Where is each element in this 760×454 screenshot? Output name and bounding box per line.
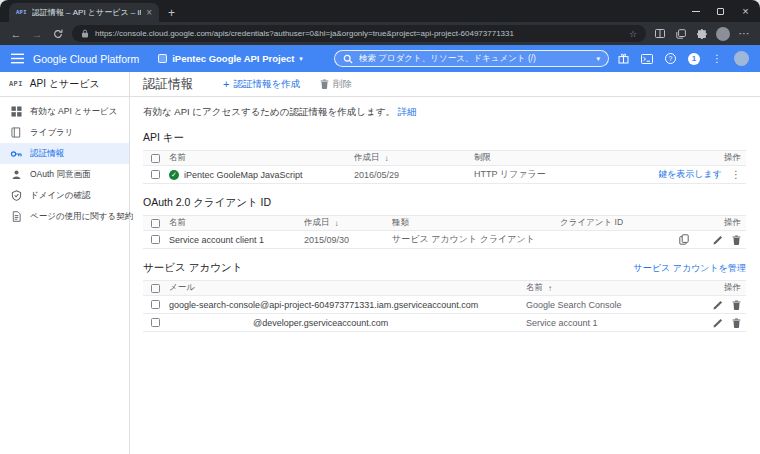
browser-profile-avatar[interactable] [716,27,730,41]
menu-icon[interactable] [11,53,24,64]
minimize-button[interactable] [683,0,708,22]
tab-title: 認証情報 – API とサービス – iPentec [32,7,141,18]
notifications-badge[interactable]: 1 [688,53,700,65]
sidebar-item-credentials[interactable]: 認証情報 [0,143,129,164]
project-selector[interactable]: iPentec Google API Project ▾ [158,53,303,64]
sidebar-item-enabled-apis[interactable]: 有効な API とサービス [0,101,129,122]
url-text: https://console.cloud.google.com/apis/cr… [95,29,623,38]
column-created[interactable]: 作成日↓ [354,152,474,164]
gift-icon[interactable] [618,53,629,64]
sidebar-header: API API とサービス [0,72,129,97]
status-ok-icon: ✓ [169,170,179,180]
sidebar-item-label: ライブラリ [30,127,74,139]
consent-screen-icon [10,169,22,181]
column-type: 種類 [392,217,560,229]
column-email: メール [169,282,526,294]
maximize-button[interactable] [708,0,733,22]
project-icon [158,54,167,63]
oauth-clients-table: 名前 作成日↓ 種類 クライアント ID 操作 Service account … [143,215,746,249]
sidebar-item-domain-verification[interactable]: ドメインの確認 [0,185,129,206]
copy-client-id-icon[interactable] [679,234,689,245]
main-content: 有効な API にアクセスするための認証情報を作成します。 詳細 API キー … [130,97,760,454]
back-icon[interactable]: ← [9,28,23,40]
api-key-created: 2016/05/29 [354,170,474,180]
account-avatar[interactable] [734,51,749,66]
app-shell: API API とサービス 有効な API とサービス ライブラリ [0,72,760,454]
sidebar-item-usage-agreements[interactable]: ページの使用に関する契約 [0,206,129,227]
page-header: 認証情報 + 認証情報を作成 削除 [130,72,760,97]
select-all-checkbox[interactable] [151,284,160,293]
sidebar-item-label: OAuth 同意画面 [30,169,90,181]
sidebar-item-oauth-consent[interactable]: OAuth 同意画面 [0,164,129,185]
column-name[interactable]: 名前↑ [526,282,694,294]
trash-icon[interactable] [732,300,741,310]
lock-icon[interactable] [81,29,89,38]
oauth-client-name: Service account client 1 [169,235,304,245]
column-created-label: 作成日 [304,217,330,229]
collections-icon[interactable] [674,29,688,39]
bookmark-star-icon[interactable]: ☆ [629,29,637,39]
forward-icon[interactable]: → [30,28,44,40]
sidebar-item-label: ページの使用に関する契約 [30,211,133,223]
select-all-checkbox[interactable] [151,219,160,228]
trash-icon [320,79,329,89]
show-key-link[interactable]: 鍵を表示します [659,168,722,181]
select-all-checkbox[interactable] [151,154,160,163]
cloud-shell-icon[interactable] [641,54,653,64]
trash-icon[interactable] [732,318,741,328]
close-window-button[interactable]: × [733,0,758,22]
delete-button[interactable]: 削除 [320,78,352,91]
gcp-header-actions: ? 1 ⋮ [618,51,749,66]
main-panel: 認証情報 + 認証情報を作成 削除 有効な API にアクセスするための認証情報… [130,72,760,454]
trash-icon[interactable] [732,235,741,245]
help-icon[interactable]: ? [665,53,676,64]
oauth-client-row: Service account client 1 2015/09/30 サービス… [143,231,746,249]
search-caret-icon[interactable]: ▾ [596,55,600,63]
edit-icon[interactable] [713,318,723,328]
sidebar-title: API とサービス [30,77,100,91]
sidebar-nav: 有効な API とサービス ライブラリ 認証情報 [0,97,129,227]
new-tab-button[interactable]: + [168,6,175,20]
row-checkbox[interactable] [151,318,160,327]
row-more-icon[interactable]: ⋮ [731,169,741,180]
extensions-icon[interactable] [695,29,709,39]
more-vertical-icon[interactable]: ⋮ [712,53,722,64]
sidebar-item-library[interactable]: ライブラリ [0,122,129,143]
browser-tab[interactable]: API 認証情報 – API とサービス – iPentec × [9,3,159,22]
usage-agreement-icon [10,211,22,223]
project-name: iPentec Google API Project [172,53,294,64]
column-actions: 操作 [694,282,746,294]
row-checkbox[interactable] [151,235,160,244]
create-credentials-button[interactable]: + 認証情報を作成 [223,78,300,91]
browser-address-bar: ← → https://console.cloud.google.com/api… [0,22,760,45]
oauth-client-created: 2015/09/30 [304,235,392,245]
edit-icon[interactable] [713,300,723,310]
oauth-section-header: OAuth 2.0 クライアント ID [143,196,746,210]
learn-more-link[interactable]: 詳細 [398,106,417,117]
row-checkbox[interactable] [151,170,160,179]
split-screen-icon[interactable] [653,29,667,38]
oauth-client-type: サービス アカウント クライアント [392,233,560,246]
column-actions: 操作 [694,217,746,229]
api-key-restrictions: HTTP リファラー [474,168,659,181]
api-key-row: ✓ iPentec GooleMap JavaScript 2016/05/29… [143,166,746,184]
manage-service-accounts-link[interactable]: サービス アカウントを管理 [634,262,746,275]
dashboard-icon [10,106,22,118]
url-bar[interactable]: https://console.cloud.google.com/apis/cr… [72,25,646,42]
service-account-name: Google Search Console [526,300,694,310]
api-product-icon: API [9,80,23,88]
gcp-logo[interactable]: Google Cloud Platform [33,53,139,65]
service-accounts-section-title: サービス アカウント [143,261,242,275]
caret-down-icon: ▾ [299,55,303,63]
edit-icon[interactable] [713,235,723,245]
refresh-icon[interactable] [51,29,65,39]
column-actions: 操作 [659,152,746,164]
search-bar[interactable]: 検索 プロダクト、リソース、ドキュメント (/) ▾ [334,50,609,67]
window-controls: × [683,0,758,22]
intro-sentence: 有効な API にアクセスするための認証情報を作成します。 [143,106,395,117]
browser-window: API 認証情報 – API とサービス – iPentec × + × ← →… [0,0,760,454]
browser-menu-icon[interactable]: ⋯ [737,27,751,40]
column-created[interactable]: 作成日↓ [304,217,392,229]
row-checkbox[interactable] [151,300,160,309]
tab-close-icon[interactable]: × [146,7,152,18]
